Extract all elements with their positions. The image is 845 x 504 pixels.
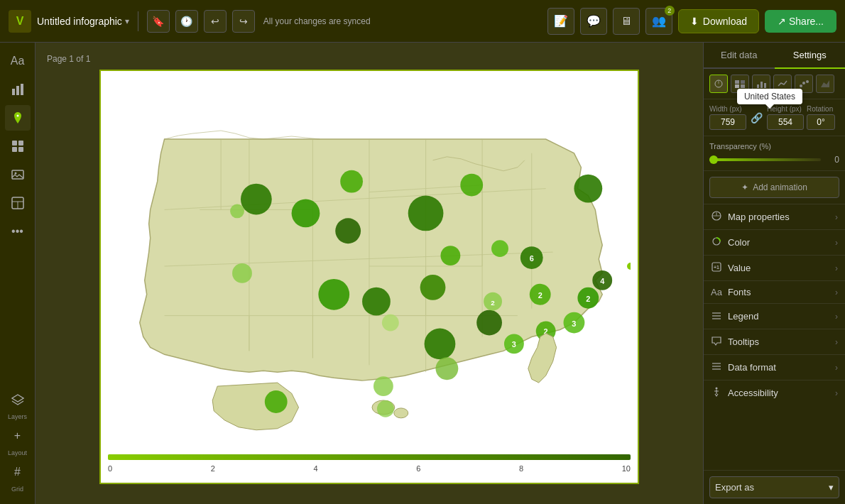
accessibility-icon	[711, 386, 722, 400]
doc-title-chevron[interactable]: ▾	[125, 16, 129, 26]
sidebar-item-widgets[interactable]	[5, 190, 31, 216]
sidebar-item-layout[interactable]: +	[5, 423, 31, 449]
sidebar-item-layout-top[interactable]	[5, 133, 31, 159]
collaborate-badge: 2	[665, 6, 675, 16]
transparency-control: 0	[709, 155, 839, 165]
sidebar-item-image[interactable]	[5, 162, 31, 187]
topbar: V Untitled infographic ▾ 🔖 🕐 ↩ ↪ All you…	[0, 0, 845, 43]
map-properties-chevron: ›	[835, 212, 838, 222]
canvas-frame[interactable]: 6 6 2 2 2 4 3 3 2	[99, 70, 639, 484]
link-icon[interactable]: 🔗	[749, 112, 764, 124]
sidebar-item-layers[interactable]	[5, 387, 31, 412]
x-axis-4: 4	[314, 464, 318, 473]
section-color[interactable]: Color ›	[704, 229, 845, 255]
sidebar-item-charts[interactable]	[5, 77, 31, 102]
section-data-format[interactable]: Data format ›	[704, 354, 845, 380]
rotation-label: Rotation	[807, 105, 835, 113]
download-icon: ⬇	[690, 16, 699, 27]
svg-point-9	[14, 172, 16, 175]
slider-thumb[interactable]	[709, 155, 718, 164]
doc-title-text[interactable]: Untitled infographic	[37, 16, 122, 27]
map-type-world[interactable]	[709, 75, 728, 93]
svg-point-34	[408, 196, 444, 231]
share-label: Share...	[789, 16, 824, 27]
toolbar-sep-1	[138, 11, 138, 31]
map-properties-label: Map properties	[728, 212, 835, 222]
map-container[interactable]: 6 6 2 2 2 4 3 3 2	[108, 78, 631, 454]
page-label: Page 1 of 1	[47, 54, 90, 64]
sidebar-group-layers[interactable]: Layers	[5, 387, 31, 420]
color-chevron: ›	[835, 238, 838, 248]
share-button[interactable]: ↗ Share...	[765, 10, 836, 33]
svg-text:4: 4	[600, 277, 605, 285]
section-accessibility[interactable]: Accessibility ›	[704, 380, 845, 405]
section-map-properties[interactable]: Map properties ›	[704, 204, 845, 229]
width-input[interactable]	[709, 114, 746, 130]
svg-text:2: 2	[538, 291, 543, 300]
add-animation-button[interactable]: ✦ Add animation	[709, 177, 839, 198]
sidebar-item-maps[interactable]	[5, 105, 31, 131]
tab-settings[interactable]: Settings	[775, 43, 846, 69]
svg-point-37	[362, 287, 391, 316]
x-axis-0: 0	[108, 464, 112, 473]
left-sidebar: Aa	[0, 43, 36, 504]
history-btn[interactable]: 🕐	[175, 10, 198, 33]
svg-point-39	[425, 329, 456, 360]
svg-point-47	[230, 204, 244, 218]
svg-rect-1	[16, 86, 19, 95]
grid-label: Grid	[11, 486, 23, 493]
collaborate-btn[interactable]: 👥 2	[645, 8, 672, 35]
sidebar-item-text[interactable]: Aa	[5, 48, 31, 74]
rotation-input[interactable]	[807, 114, 835, 130]
transparency-value: 0	[825, 155, 839, 165]
x-axis-8: 8	[519, 464, 523, 473]
section-legend[interactable]: Legend ›	[704, 303, 845, 329]
sidebar-group-layout[interactable]: + Layout	[5, 423, 31, 456]
export-button[interactable]: Export as ▾	[709, 476, 839, 498]
canvas-area[interactable]: Page 1 of 1	[36, 43, 703, 504]
svg-rect-7	[18, 147, 23, 152]
redo-btn[interactable]: ↪	[232, 10, 255, 33]
height-group: Height (px)	[767, 105, 804, 130]
svg-point-44	[440, 246, 460, 265]
resize-handle[interactable]	[628, 263, 631, 269]
export-row[interactable]: Export as ▾	[704, 470, 845, 504]
svg-text:2: 2	[491, 299, 495, 307]
svg-point-35	[335, 218, 361, 243]
sidebar-item-grid[interactable]: #	[5, 459, 31, 485]
accessibility-chevron: ›	[835, 388, 838, 398]
svg-point-70	[394, 408, 408, 418]
legend-chevron: ›	[835, 312, 838, 322]
doc-title[interactable]: Untitled infographic ▾	[37, 16, 129, 27]
export-chevron: ▾	[829, 482, 834, 493]
map-tooltip: United States	[737, 89, 802, 104]
tab-edit-data[interactable]: Edit data	[704, 43, 775, 69]
section-fonts[interactable]: Aa Fonts ›	[704, 280, 845, 303]
download-button[interactable]: ⬇ Download	[678, 9, 759, 33]
svg-point-32	[241, 184, 272, 215]
width-label: Width (px)	[709, 105, 746, 113]
section-value[interactable]: +1 Value ›	[704, 255, 845, 280]
sidebar-group-grid[interactable]: # Grid	[5, 459, 31, 493]
svg-point-43	[460, 174, 483, 197]
height-input[interactable]	[767, 114, 804, 130]
tooltips-chevron: ›	[835, 337, 838, 347]
transparency-slider[interactable]	[709, 158, 821, 161]
svg-point-82	[802, 82, 805, 84]
notes-btn[interactable]: 📝	[547, 8, 574, 35]
sidebar-item-more[interactable]: •••	[5, 219, 31, 244]
svg-rect-74	[735, 80, 739, 84]
anim-label: Add animation	[753, 182, 807, 192]
preview-btn[interactable]: 🖥	[613, 8, 640, 35]
undo-btn[interactable]: ↩	[204, 10, 227, 33]
bookmark-btn[interactable]: 🔖	[147, 10, 170, 33]
svg-rect-2	[21, 84, 23, 95]
share-icon: ↗	[778, 16, 786, 27]
svg-rect-79	[760, 82, 763, 88]
anim-icon: ✦	[741, 182, 748, 192]
map-type-area[interactable]	[816, 75, 834, 93]
svg-point-81	[800, 84, 802, 87]
section-tooltips[interactable]: Tooltips ›	[704, 329, 845, 354]
svg-point-68	[265, 390, 288, 413]
comment-btn[interactable]: 💬	[580, 8, 607, 35]
